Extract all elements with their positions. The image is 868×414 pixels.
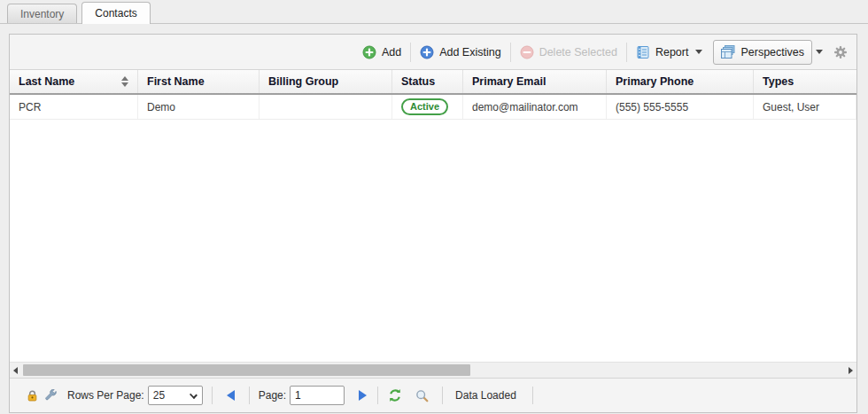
- delete-icon: [520, 45, 534, 59]
- column-header-label: First Name: [147, 75, 205, 88]
- cell-last-name: PCR: [10, 95, 138, 119]
- rows-per-page-label: Rows Per Page:: [67, 389, 144, 402]
- cell-billing-group: [260, 95, 392, 119]
- cell-types: Guest, User: [754, 95, 856, 119]
- add-icon: [362, 45, 376, 59]
- column-header-label: Types: [763, 75, 794, 88]
- sort-icon[interactable]: [116, 76, 128, 87]
- perspectives-button[interactable]: Perspectives: [713, 40, 812, 65]
- tab-inventory-label: Inventory: [20, 8, 64, 20]
- add-existing-icon: [420, 45, 434, 59]
- column-header-label: Primary Phone: [616, 75, 694, 88]
- table-row[interactable]: PCR Demo Active demo@mailinator.com (555…: [10, 95, 856, 120]
- toolbar-separator: [510, 43, 511, 62]
- tab-contacts-label: Contacts: [95, 7, 136, 20]
- gear-icon: [833, 45, 848, 59]
- next-page-button[interactable]: [359, 390, 367, 401]
- horizontal-scrollbar[interactable]: [10, 362, 856, 378]
- data-loaded-status: Data Loaded: [455, 389, 516, 402]
- add-button-label: Add: [382, 46, 401, 59]
- chevron-down-icon: [190, 391, 198, 399]
- page-input[interactable]: [290, 386, 345, 405]
- add-existing-button[interactable]: Add Existing: [413, 41, 508, 64]
- cell-status: Active: [392, 95, 463, 119]
- add-existing-button-label: Add Existing: [439, 46, 500, 59]
- column-header-first-name[interactable]: First Name: [138, 70, 260, 93]
- status-badge: Active: [401, 98, 448, 115]
- cell-first-name: Demo: [138, 95, 260, 119]
- column-header-types[interactable]: Types: [754, 70, 856, 93]
- grid-footer: Rows Per Page: 25 Page: Data Loa: [10, 378, 856, 412]
- footer-separator: [212, 387, 213, 404]
- tab-contacts[interactable]: Contacts: [81, 2, 150, 24]
- delete-selected-button-label: Delete Selected: [539, 46, 617, 59]
- column-header-label: Billing Group: [268, 75, 338, 88]
- rows-per-page-value: 25: [153, 389, 165, 402]
- report-button[interactable]: Report: [629, 41, 710, 64]
- delete-selected-button[interactable]: Delete Selected: [513, 41, 624, 64]
- scrollbar-thumb[interactable]: [23, 364, 470, 376]
- previous-page-button[interactable]: [227, 390, 235, 401]
- column-header-primary-phone[interactable]: Primary Phone: [607, 70, 754, 93]
- footer-separator: [442, 387, 443, 404]
- cell-primary-phone: (555) 555-5555: [607, 95, 754, 119]
- tab-bar: Inventory Contacts: [0, 0, 868, 24]
- column-header-billing-group[interactable]: Billing Group: [260, 70, 392, 93]
- footer-separator: [249, 387, 250, 404]
- column-header-last-name[interactable]: Last Name: [10, 70, 138, 93]
- refresh-icon[interactable]: [388, 388, 402, 402]
- grid-header-row: Last Name First Name Billing Group Statu…: [10, 70, 856, 95]
- settings-gear-button[interactable]: [833, 45, 848, 59]
- chevron-down-icon: [695, 50, 702, 54]
- wrench-icon[interactable]: [44, 389, 58, 402]
- column-header-label: Last Name: [19, 75, 74, 88]
- grid-toolbar: Add Add Existing Delete Selected: [10, 35, 856, 70]
- report-icon: [636, 45, 650, 59]
- perspectives-button-label: Perspectives: [740, 46, 804, 59]
- column-header-primary-email[interactable]: Primary Email: [463, 70, 607, 93]
- contacts-panel: Add Add Existing Delete Selected: [9, 34, 857, 413]
- add-button[interactable]: Add: [355, 41, 408, 64]
- perspectives-icon: [721, 45, 735, 59]
- toolbar-separator: [626, 43, 627, 62]
- column-header-label: Primary Email: [472, 75, 546, 88]
- search-icon[interactable]: [415, 389, 429, 402]
- scroll-left-arrow-icon[interactable]: [13, 367, 18, 374]
- tab-inventory[interactable]: Inventory: [7, 4, 77, 23]
- scroll-right-arrow-icon[interactable]: [849, 367, 853, 374]
- rows-per-page-select[interactable]: 25: [148, 386, 203, 405]
- footer-separator: [377, 387, 378, 404]
- report-button-label: Report: [655, 46, 689, 59]
- perspectives-chevron-down-icon[interactable]: [816, 50, 823, 54]
- toolbar-separator: [410, 43, 411, 62]
- column-header-label: Status: [401, 75, 435, 88]
- lock-icon[interactable]: [26, 389, 39, 402]
- footer-separator: [532, 387, 533, 404]
- grid-body: PCR Demo Active demo@mailinator.com (555…: [10, 95, 856, 362]
- page-label: Page:: [259, 389, 286, 402]
- column-header-status[interactable]: Status: [392, 70, 463, 93]
- cell-primary-email: demo@mailinator.com: [463, 95, 607, 119]
